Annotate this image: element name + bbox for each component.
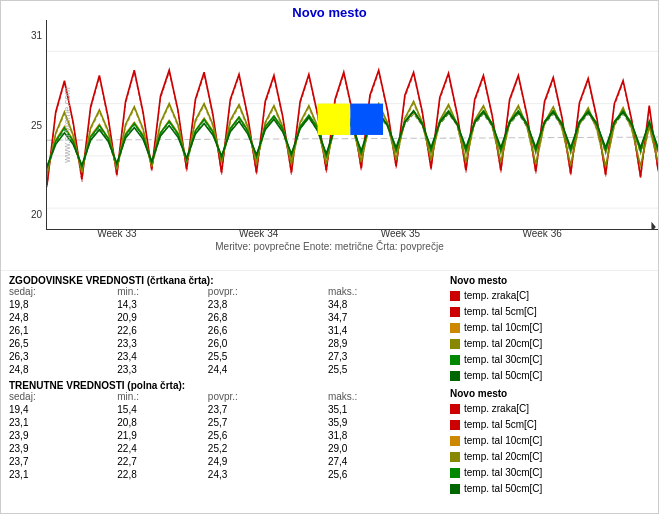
c-row0-maks: 35,1 — [328, 403, 446, 416]
y-label-20: 20 — [31, 209, 42, 220]
h-row2-maks: 31,4 — [328, 324, 446, 337]
c-row3-povpr: 25,2 — [208, 442, 328, 455]
current-table: sedaj: min.: povpr.: maks.: 19,4 15,4 23… — [9, 391, 446, 481]
legend-text: Meritve: povprečne Enote: metrične Črta:… — [215, 241, 443, 252]
table-row: 26,5 23,3 26,0 28,9 — [9, 337, 446, 350]
svg-rect-6 — [350, 104, 383, 135]
c-row5-min: 22,8 — [117, 468, 208, 481]
h-row1-povpr: 26,8 — [208, 311, 328, 324]
h-row2-min: 22,6 — [117, 324, 208, 337]
legend-color-5 — [450, 371, 460, 381]
c-row4-sedaj: 23,7 — [9, 455, 117, 468]
h-row5-min: 23,3 — [117, 363, 208, 376]
table-row: 26,1 22,6 26,6 31,4 — [9, 324, 446, 337]
historical-table: sedaj: min.: povpr.: maks.: 19,8 14,3 23… — [9, 286, 446, 376]
col-maks-c: maks.: — [328, 391, 446, 403]
legends-container: Novo mesto temp. zraka[C] temp. tal 5cm[… — [450, 275, 650, 509]
curr-legend-label-4: temp. tal 30cm[C] — [464, 465, 542, 481]
col-sedaj-c: sedaj: — [9, 391, 117, 403]
legend-row-1: temp. tal 5cm[C] — [450, 304, 650, 320]
legend-color-2 — [450, 323, 460, 333]
curr-legend-row-3: temp. tal 20cm[C] — [450, 449, 650, 465]
legend-label-1: temp. tal 5cm[C] — [464, 304, 537, 320]
h-row1-min: 20,9 — [117, 311, 208, 324]
legend-label-4: temp. tal 30cm[C] — [464, 352, 542, 368]
chart-area: Novo mesto 31 25 20 www.si-vreme.com — [1, 1, 658, 271]
h-row3-maks: 28,9 — [328, 337, 446, 350]
table-row: 23,1 20,8 25,7 35,9 — [9, 416, 446, 429]
c-row1-maks: 35,9 — [328, 416, 446, 429]
chart-title: Novo mesto — [1, 1, 658, 20]
main-container: Novo mesto 31 25 20 www.si-vreme.com — [0, 0, 659, 514]
historical-legend: Novo mesto temp. zraka[C] temp. tal 5cm[… — [450, 275, 650, 384]
c-row2-min: 21,9 — [117, 429, 208, 442]
table-row: 26,3 23,4 25,5 27,3 — [9, 350, 446, 363]
h-row0-povpr: 23,8 — [208, 298, 328, 311]
table-row: 19,8 14,3 23,8 34,8 — [9, 298, 446, 311]
legend-label-0: temp. zraka[C] — [464, 288, 529, 304]
table-header-row: sedaj: min.: povpr.: maks.: — [9, 286, 446, 298]
table-row: 19,4 15,4 23,7 35,1 — [9, 403, 446, 416]
legend-row-5: temp. tal 50cm[C] — [450, 368, 650, 384]
legend-row-4: temp. tal 30cm[C] — [450, 352, 650, 368]
col-povpr-c: povpr.: — [208, 391, 328, 403]
legend-color-0 — [450, 291, 460, 301]
table-header-row: sedaj: min.: povpr.: maks.: — [9, 391, 446, 403]
c-row1-povpr: 25,7 — [208, 416, 328, 429]
curr-legend-color-2 — [450, 436, 460, 446]
watermark: www.si-vreme.com — [62, 87, 72, 163]
c-row2-maks: 31,8 — [328, 429, 446, 442]
table-row: 24,8 23,3 24,4 25,5 — [9, 363, 446, 376]
data-section: ZGODOVINSKE VREDNOSTI (črtkana črta): se… — [1, 271, 658, 513]
c-row5-maks: 25,6 — [328, 468, 446, 481]
col-maks-h: maks.: — [328, 286, 446, 298]
legend-row-0: temp. zraka[C] — [450, 288, 650, 304]
chart-canvas: www.si-vreme.com — [46, 20, 658, 230]
curr-legend-row-1: temp. tal 5cm[C] — [450, 417, 650, 433]
curr-legend-color-0 — [450, 404, 460, 414]
h-row0-sedaj: 19,8 — [9, 298, 117, 311]
current-section: TRENUTNE VREDNOSTI (polna črta): sedaj: … — [9, 380, 446, 481]
curr-legend-color-1 — [450, 420, 460, 430]
y-axis: 31 25 20 — [1, 20, 46, 230]
h-row1-maks: 34,7 — [328, 311, 446, 324]
curr-legend-color-3 — [450, 452, 460, 462]
h-row4-povpr: 25,5 — [208, 350, 328, 363]
c-row4-min: 22,7 — [117, 455, 208, 468]
c-row1-min: 20,8 — [117, 416, 208, 429]
legend-color-4 — [450, 355, 460, 365]
legend-label-2: temp. tal 10cm[C] — [464, 320, 542, 336]
c-row4-povpr: 24,9 — [208, 455, 328, 468]
col-povpr-h: povpr.: — [208, 286, 328, 298]
c-row2-sedaj: 23,9 — [9, 429, 117, 442]
table-row: 23,9 21,9 25,6 31,8 — [9, 429, 446, 442]
legend-color-3 — [450, 339, 460, 349]
curr-legend-row-4: temp. tal 30cm[C] — [450, 465, 650, 481]
h-row3-sedaj: 26,5 — [9, 337, 117, 350]
curr-legend-label-2: temp. tal 10cm[C] — [464, 433, 542, 449]
table-row: 23,9 22,4 25,2 29,0 — [9, 442, 446, 455]
col-min-c: min.: — [117, 391, 208, 403]
h-row2-sedaj: 26,1 — [9, 324, 117, 337]
current-title: TRENUTNE VREDNOSTI (polna črta): — [9, 380, 446, 391]
curr-legend-label-1: temp. tal 5cm[C] — [464, 417, 537, 433]
h-row3-min: 23,3 — [117, 337, 208, 350]
historical-title: ZGODOVINSKE VREDNOSTI (črtkana črta): — [9, 275, 446, 286]
current-legend-title: Novo mesto — [450, 388, 650, 399]
c-row0-povpr: 23,7 — [208, 403, 328, 416]
legend-label-3: temp. tal 20cm[C] — [464, 336, 542, 352]
tables-container: ZGODOVINSKE VREDNOSTI (črtkana črta): se… — [9, 275, 446, 509]
y-label-31: 31 — [31, 30, 42, 41]
curr-legend-row-2: temp. tal 10cm[C] — [450, 433, 650, 449]
h-row1-sedaj: 24,8 — [9, 311, 117, 324]
c-row3-maks: 29,0 — [328, 442, 446, 455]
h-row3-povpr: 26,0 — [208, 337, 328, 350]
h-row4-maks: 27,3 — [328, 350, 446, 363]
c-row3-sedaj: 23,9 — [9, 442, 117, 455]
c-row1-sedaj: 23,1 — [9, 416, 117, 429]
historical-legend-title: Novo mesto — [450, 275, 650, 286]
chart-legend: Meritve: povprečne Enote: metrične Črta:… — [1, 239, 658, 254]
legend-row-3: temp. tal 20cm[C] — [450, 336, 650, 352]
curr-legend-label-3: temp. tal 20cm[C] — [464, 449, 542, 465]
c-row0-sedaj: 19,4 — [9, 403, 117, 416]
